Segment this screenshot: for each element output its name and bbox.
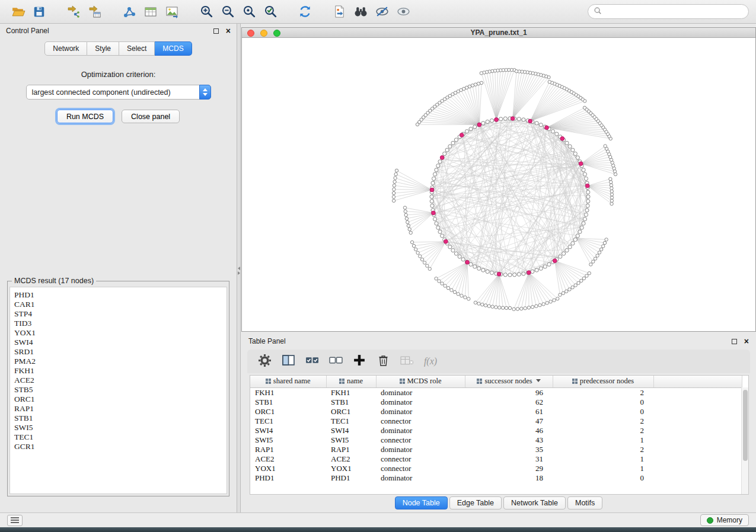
import-network-file-button[interactable] — [63, 3, 84, 21]
global-search-field[interactable] — [588, 4, 749, 19]
mcds-result-item[interactable]: PMA2 — [14, 357, 222, 366]
search-input[interactable] — [605, 7, 743, 17]
tab-style[interactable]: Style — [87, 41, 119, 56]
table-row[interactable]: ORC1ORC1dominator610 — [250, 407, 742, 416]
maximize-window-icon[interactable] — [273, 30, 280, 37]
network-graph[interactable] — [242, 38, 755, 331]
close-panel-button[interactable]: Close panel — [122, 110, 180, 123]
mcds-result-item[interactable]: SWI4 — [14, 338, 222, 347]
run-mcds-button[interactable]: Run MCDS — [57, 110, 113, 123]
close-table-panel-icon[interactable]: × — [744, 337, 749, 345]
new-network-button[interactable] — [119, 3, 140, 21]
table-row[interactable]: FKH1FKH1dominator962 — [250, 387, 742, 398]
mcds-result-item[interactable]: TEC1 — [14, 432, 222, 442]
tab-motifs[interactable]: Motifs — [567, 496, 602, 509]
col-mcds-role[interactable]: MCDS role — [376, 376, 465, 387]
mcds-result-item[interactable]: CAR1 — [14, 300, 222, 309]
tab-mcds[interactable]: MCDS — [155, 41, 192, 56]
show-columns-button[interactable] — [279, 353, 297, 370]
mcds-result-item[interactable]: RAP1 — [14, 404, 222, 414]
table-row[interactable]: YOX1YOX1connector291 — [250, 464, 742, 473]
network-canvas[interactable] — [242, 38, 755, 331]
tab-select[interactable]: Select — [119, 41, 155, 56]
mcds-result-item[interactable]: PHD1 — [14, 290, 222, 300]
eye-slash-icon — [375, 4, 390, 19]
col-name[interactable]: name — [326, 376, 376, 387]
mcds-result-item[interactable]: ORC1 — [14, 395, 222, 404]
successor-nodes-cell: 46 — [465, 426, 553, 435]
table-scrollbar-thumb[interactable] — [743, 390, 748, 461]
table-scrollbar[interactable] — [741, 387, 748, 494]
show-hide-button[interactable] — [393, 3, 414, 21]
main-region: Control Panel × Network Style Select MCD… — [0, 24, 756, 512]
mcds-result-item[interactable]: FKH1 — [14, 366, 222, 376]
function-builder-button[interactable]: f(x) — [422, 353, 439, 370]
mcds-result-item[interactable]: ACE2 — [14, 376, 222, 385]
mcds-result-item[interactable]: GCR1 — [14, 442, 222, 451]
col-shared-name[interactable]: shared name — [250, 376, 326, 387]
col-predecessor-nodes[interactable]: predecessor nodes — [553, 376, 653, 387]
mcds-result-box: MCDS result (17 nodes) PHD1CAR1STP4TID3Y… — [7, 277, 229, 496]
mcds-result-list[interactable]: PHD1CAR1STP4TID3YOX1SWI4SRD1PMA2FKH1ACE2… — [9, 287, 227, 494]
select-all-rows-button[interactable] — [303, 353, 321, 370]
zoom-selected-button[interactable] — [260, 3, 281, 21]
new-table-button[interactable] — [140, 3, 161, 21]
mcds-result-title: MCDS result (17 nodes) — [12, 277, 96, 285]
name-cell: SWI4 — [326, 426, 376, 435]
main-toolbar — [0, 0, 756, 24]
table-row[interactable]: SWI4SWI4dominator462 — [250, 426, 742, 435]
network-window: YPA_prune.txt_1 — [241, 27, 756, 332]
mcds-result-item[interactable]: YOX1 — [14, 328, 222, 338]
tab-network[interactable]: Network — [44, 41, 87, 56]
mcds-result-item[interactable]: SRD1 — [14, 347, 222, 357]
tab-edge-table[interactable]: Edge Table — [449, 496, 502, 509]
mcds-result-item[interactable]: TID3 — [14, 319, 222, 328]
open-file-button[interactable] — [7, 3, 28, 21]
eye-icon — [396, 4, 411, 19]
import-table-file-button[interactable] — [84, 3, 106, 21]
task-history-button[interactable] — [7, 515, 23, 526]
criterion-dropdown[interactable]: largest connected component (undirected) — [26, 85, 211, 100]
refresh-view-button[interactable] — [294, 3, 315, 21]
zoom-in-button[interactable] — [196, 3, 217, 21]
table-row[interactable]: RAP1RAP1dominator352 — [250, 445, 742, 454]
splitter-handle-icon[interactable] — [237, 265, 241, 278]
search-network-button[interactable] — [350, 3, 371, 21]
save-session-button[interactable] — [28, 3, 50, 21]
table-row[interactable]: SWI5SWI5connector431 — [250, 435, 742, 445]
mcds-result-item[interactable]: STP4 — [14, 309, 222, 319]
zoom-out-button[interactable] — [217, 3, 238, 21]
close-panel-icon[interactable]: × — [226, 27, 231, 35]
table-row[interactable]: PHD1PHD1dominator180 — [250, 473, 742, 483]
mcds-role-cell: dominator — [376, 445, 465, 454]
empty-cell — [653, 435, 742, 445]
col-successor-nodes[interactable]: successor nodes — [465, 376, 553, 387]
memory-button[interactable]: Memory — [700, 514, 749, 526]
table-row[interactable]: STB1STB1dominator620 — [250, 398, 742, 407]
export-image-button[interactable] — [161, 3, 183, 21]
table-mode-gear-button[interactable] — [256, 353, 273, 370]
delete-column-button[interactable] — [374, 353, 392, 370]
export-document-button[interactable] — [328, 3, 350, 21]
float-table-panel-icon[interactable] — [732, 339, 737, 344]
minimize-window-icon[interactable] — [260, 30, 267, 37]
binoculars-icon — [353, 4, 368, 19]
table-row[interactable]: ACE2ACE2connector311 — [250, 454, 742, 464]
name-cell: FKH1 — [326, 387, 376, 398]
table-row[interactable]: TEC1TEC1connector472 — [250, 416, 742, 426]
zoom-fit-button[interactable] — [238, 3, 260, 21]
close-window-icon[interactable] — [247, 30, 254, 37]
network-window-title: YPA_prune.txt_1 — [470, 28, 527, 37]
panel-splitter[interactable] — [237, 24, 241, 512]
mcds-result-item[interactable]: STB5 — [14, 385, 222, 395]
add-column-button[interactable] — [350, 353, 368, 370]
zoom-check-icon — [263, 4, 278, 19]
tab-network-table[interactable]: Network Table — [503, 496, 566, 509]
toggle-graphics-details-button[interactable] — [371, 3, 393, 21]
float-panel-icon[interactable] — [213, 28, 219, 34]
memory-status-icon — [707, 517, 713, 524]
deselect-all-rows-button[interactable] — [327, 353, 344, 370]
tab-node-table[interactable]: Node Table — [395, 496, 448, 509]
mcds-result-item[interactable]: STB1 — [14, 414, 222, 423]
mcds-result-item[interactable]: SWI5 — [14, 423, 222, 432]
